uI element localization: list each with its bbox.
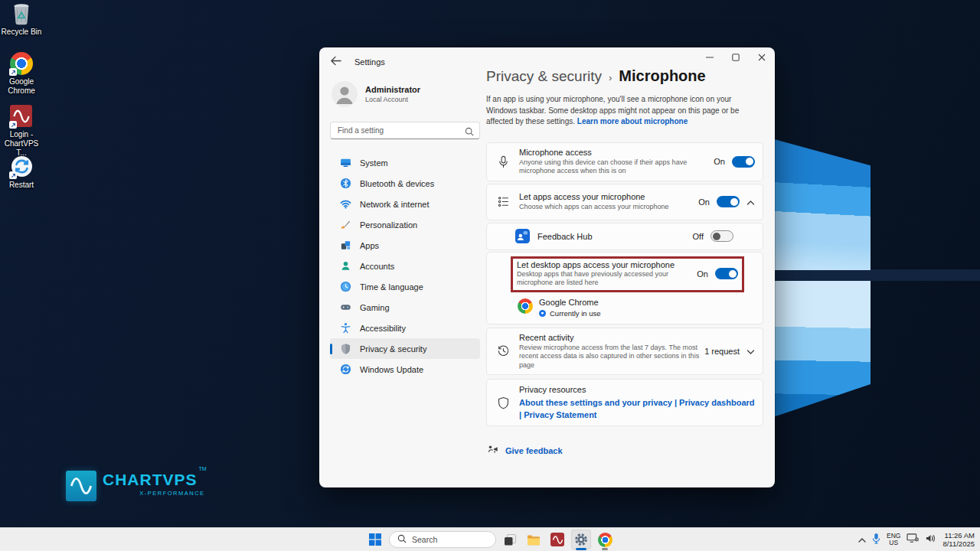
row-title: Let apps access your microphone	[519, 192, 698, 201]
language-indicator[interactable]: ENG US	[887, 533, 900, 547]
task-view-button[interactable]	[500, 530, 520, 549]
recent-activity-card[interactable]: Recent activity Review microphone access…	[486, 328, 763, 376]
taskbar-search[interactable]	[389, 531, 496, 548]
brand-subtitle: X-PERFORMANCE	[103, 490, 205, 497]
sidebar-item-apps[interactable]: Apps	[330, 235, 480, 256]
app-name: Google Chrome	[539, 298, 601, 307]
sidebar-nav: System Bluetooth & devices Network & int…	[330, 152, 480, 380]
desktop-icon-label: Restart	[0, 181, 43, 190]
link-about-settings[interactable]: About these settings and your privacy	[519, 398, 672, 407]
breadcrumb: Privacy & security › Microphone	[486, 67, 763, 85]
link-privacy-statement[interactable]: Privacy Statement	[524, 410, 596, 419]
toggle-state-label: Off	[693, 232, 704, 241]
sidebar-item-system[interactable]: System	[330, 152, 480, 173]
tray-display-icon[interactable]	[906, 533, 919, 546]
wallpaper-band	[769, 269, 980, 281]
feedback-hub-toggle[interactable]	[710, 230, 733, 242]
maximize-button[interactable]	[723, 47, 749, 67]
feedback-hub-card: Feedback Hub Off	[486, 223, 763, 250]
tray-volume-icon[interactable]	[925, 533, 936, 546]
desktop-icon-google-chrome[interactable]: Google Chrome	[0, 52, 43, 96]
back-button[interactable]	[330, 55, 342, 67]
mic-access-card: Microphone access Anyone using this devi…	[486, 142, 763, 181]
app-status: Currently in use	[550, 309, 601, 318]
user-name: Administrator	[365, 85, 420, 94]
system-icon	[340, 157, 351, 168]
desktop-icon-login-chartvps[interactable]: Login - ChartVPS T...	[0, 105, 43, 158]
breadcrumb-separator: ›	[609, 72, 612, 83]
minimize-button[interactable]	[697, 47, 723, 67]
window-title: Settings	[354, 57, 385, 67]
time-language-icon	[340, 281, 351, 292]
chartvps-app-icon	[10, 105, 33, 128]
settings-sidebar: Administrator Local Account System Bluet…	[330, 78, 480, 380]
settings-content: Privacy & security › Microphone If an ap…	[486, 67, 763, 458]
give-feedback[interactable]: Give feedback	[486, 444, 763, 458]
desktop-icon-restart[interactable]: Restart	[0, 155, 43, 190]
system-tray: ENG US 11:26 AM 8/11/2025	[858, 528, 975, 551]
chrome-app-button[interactable]	[595, 530, 615, 549]
find-setting-input[interactable]	[330, 122, 480, 139]
row-description: Anyone using this device can choose if t…	[519, 158, 704, 176]
sidebar-item-accessibility[interactable]: Accessibility	[330, 318, 480, 338]
brand-name: CHARTVPS	[103, 471, 198, 488]
learn-more-link[interactable]: Learn more about microphone	[577, 117, 688, 126]
shield-icon	[340, 343, 351, 354]
accessibility-icon	[340, 322, 351, 334]
link-privacy-dashboard[interactable]: Privacy dashboard	[679, 398, 754, 407]
mic-access-toggle[interactable]	[732, 156, 755, 168]
sidebar-item-windows-update[interactable]: Windows Update	[330, 359, 480, 380]
desktop-apps-row-highlighted[interactable]: Let desktop apps access your microphone …	[511, 256, 744, 292]
sidebar-item-personalization[interactable]: Personalization	[330, 214, 480, 235]
chartvps-logo: CHARTVPSTM X-PERFORMANCE	[66, 471, 205, 501]
shortcut-arrow-icon	[9, 68, 17, 76]
shortcut-arrow-icon	[9, 171, 17, 179]
taskbar-search-input[interactable]	[412, 535, 488, 544]
shortcut-arrow-icon	[9, 121, 17, 129]
chartvps-app-button[interactable]	[547, 530, 567, 549]
file-explorer-button[interactable]	[524, 530, 544, 549]
account-type: Local Account	[365, 96, 420, 103]
row-title: Recent activity	[519, 333, 704, 342]
history-icon	[493, 344, 513, 357]
app-list-icon	[493, 195, 513, 208]
wallpaper-window-beam-bottom	[769, 281, 871, 419]
search-icon	[397, 533, 407, 546]
let-apps-card[interactable]: Let apps access your microphone Choose w…	[486, 184, 763, 220]
desktop-icon-label: Login - ChartVPS T...	[0, 130, 43, 158]
sidebar-item-privacy-security[interactable]: Privacy & security	[330, 338, 480, 359]
chrome-icon	[10, 52, 33, 75]
settings-app-button[interactable]	[571, 530, 591, 549]
user-account[interactable]: Administrator Local Account	[330, 78, 480, 110]
sidebar-item-gaming[interactable]: Gaming	[330, 297, 480, 318]
link-separator: |	[675, 398, 677, 407]
desktop-icon-label: Recycle Bin	[0, 28, 43, 37]
desktop-icon-recycle-bin[interactable]: Recycle Bin	[0, 2, 43, 37]
sidebar-item-bluetooth-devices[interactable]: Bluetooth & devices	[330, 173, 480, 194]
let-apps-toggle[interactable]	[717, 196, 740, 207]
start-button[interactable]	[365, 530, 385, 549]
breadcrumb-parent[interactable]: Privacy & security	[486, 68, 602, 85]
microphone-icon	[493, 155, 513, 169]
sidebar-item-time-language[interactable]: Time & language	[330, 276, 480, 297]
row-title: Let desktop apps access your microphone	[517, 260, 697, 269]
row-description: Desktop apps that have previously access…	[517, 270, 691, 288]
chevron-up-icon[interactable]	[746, 195, 755, 209]
desktop-apps-toggle[interactable]	[715, 268, 738, 279]
bluetooth-icon	[340, 178, 351, 189]
recycle-bin-icon	[10, 2, 33, 25]
chartvps-logo-icon	[66, 471, 96, 501]
tray-chevron-up-icon[interactable]	[858, 533, 866, 546]
tray-microphone-icon[interactable]	[872, 533, 880, 547]
row-description: Choose which apps can access your microp…	[519, 203, 698, 212]
sidebar-item-network-internet[interactable]: Network & internet	[330, 194, 480, 214]
sidebar-item-accounts[interactable]: Accounts	[330, 256, 480, 276]
settings-window: Settings Administrator Local Account	[319, 47, 775, 487]
close-button[interactable]	[749, 47, 775, 67]
wallpaper-window-beam-top	[769, 138, 871, 270]
link-separator: |	[519, 410, 521, 419]
toggle-state-label: On	[697, 269, 708, 279]
avatar	[332, 81, 358, 107]
chevron-down-icon[interactable]	[746, 344, 755, 358]
clock[interactable]: 11:26 AM 8/11/2025	[942, 531, 975, 548]
